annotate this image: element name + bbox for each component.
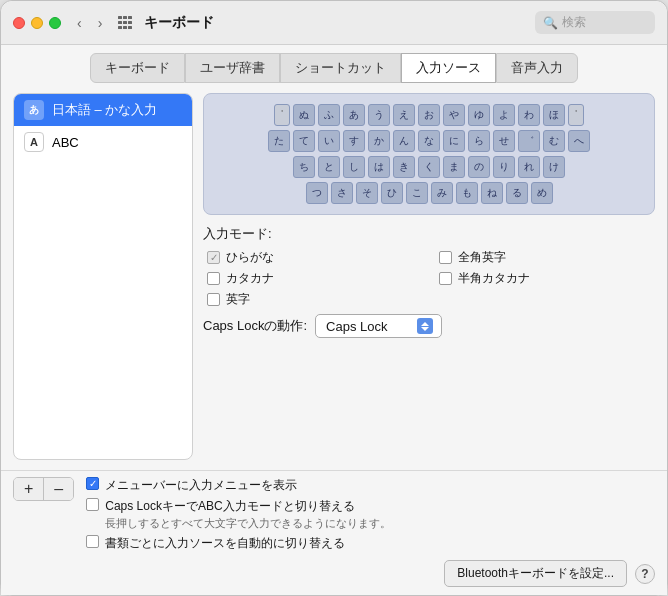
key-ko: こ — [406, 182, 428, 204]
caps-lock-select[interactable]: Caps Lock — [315, 314, 442, 338]
caps-lock-label: Caps Lockの動作: — [203, 317, 307, 335]
key-tsu: つ — [306, 182, 328, 204]
key-nu: ぬ — [293, 104, 315, 126]
titlebar: ‹ › キーボード 🔍 検索 — [1, 1, 667, 45]
search-bar[interactable]: 🔍 検索 — [535, 11, 655, 34]
close-button[interactable] — [13, 17, 25, 29]
checkbox-caps-lock-toggle[interactable] — [86, 498, 99, 511]
bluetooth-setup-button[interactable]: Bluetoothキーボードを設定... — [444, 560, 627, 587]
key-mo: も — [456, 182, 478, 204]
key-mi: み — [431, 182, 453, 204]
key-dakuten: ゛ — [518, 130, 540, 152]
checkbox-hankaku[interactable] — [439, 272, 452, 285]
tab-voice-input[interactable]: 音声入力 — [496, 53, 578, 83]
key-row-4: つ さ そ ひ こ み も ね る め — [216, 182, 642, 204]
fullscreen-button[interactable] — [49, 17, 61, 29]
key-re: れ — [518, 156, 540, 178]
option-eiji[interactable]: 英字 — [207, 291, 423, 308]
label-hiragana: ひらがな — [226, 249, 274, 266]
key-me: め — [531, 182, 553, 204]
key-se: せ — [493, 130, 515, 152]
key-ki: き — [393, 156, 415, 178]
tab-input-source[interactable]: 入力ソース — [401, 53, 496, 83]
checkbox-line-menu-bar[interactable]: ✓ メニューバーに入力メニューを表示 — [86, 477, 391, 494]
key-row-1: ' ぬ ふ あ う え お や ゆ よ わ ほ ' — [216, 104, 642, 126]
key-wa: わ — [518, 104, 540, 126]
checkbox-caps-lock-container: Caps LockキーでABC入力モードと切り替える 長押しするとすべて大文字で… — [86, 498, 391, 531]
app-grid-icon[interactable] — [118, 16, 132, 30]
source-item-abc[interactable]: A ABC — [14, 126, 192, 158]
minimize-button[interactable] — [31, 17, 43, 29]
key-ya: や — [443, 104, 465, 126]
key-so: そ — [356, 182, 378, 204]
key-backtick: ' — [274, 104, 290, 126]
right-panel: ' ぬ ふ あ う え お や ゆ よ わ ほ ' た て い — [203, 93, 655, 460]
caps-lock-row: Caps Lockの動作: Caps Lock — [203, 314, 655, 338]
checkbox-auto-switch[interactable] — [86, 535, 99, 548]
key-fu: ふ — [318, 104, 340, 126]
checkbox-hiragana[interactable]: ✓ — [207, 251, 220, 264]
window-title: キーボード — [144, 14, 527, 32]
key-ni: に — [443, 130, 465, 152]
checkbox-menu-bar-container: ✓ メニューバーに入力メニューを表示 — [86, 477, 391, 494]
option-hiragana[interactable]: ✓ ひらがな — [207, 249, 423, 266]
back-button[interactable]: ‹ — [73, 13, 86, 33]
key-ke: け — [543, 156, 565, 178]
input-mode-section: 入力モード: ✓ ひらがな 全角英字 カタカナ — [203, 225, 655, 338]
source-list: あ 日本語 – かな入力 A ABC — [13, 93, 193, 460]
source-icon-abc: A — [24, 132, 44, 152]
key-to: と — [318, 156, 340, 178]
key-ra: ら — [468, 130, 490, 152]
label-menu-bar: メニューバーに入力メニューを表示 — [105, 477, 297, 494]
key-ha: は — [368, 156, 390, 178]
checkbox-line-auto-switch[interactable]: 書類ごとに入力ソースを自動的に切り替える — [86, 535, 391, 552]
caps-lock-value: Caps Lock — [326, 319, 387, 334]
label-katakana: カタカナ — [226, 270, 274, 287]
checkbox-eiji[interactable] — [207, 293, 220, 306]
label-eiji: 英字 — [226, 291, 250, 308]
key-n: ん — [393, 130, 415, 152]
arrow-down-icon — [421, 327, 429, 331]
keyboard-visual: ' ぬ ふ あ う え お や ゆ よ わ ほ ' た て い — [203, 93, 655, 215]
source-item-jp[interactable]: あ 日本語 – かな入力 — [14, 94, 192, 126]
checkbox-line-caps-lock[interactable]: Caps LockキーでABC入力モードと切り替える — [86, 498, 391, 515]
key-ma: ま — [443, 156, 465, 178]
checkbox-auto-switch-container: 書類ごとに入力ソースを自動的に切り替える — [86, 535, 391, 552]
key-mu: む — [543, 130, 565, 152]
key-ka: か — [368, 130, 390, 152]
tab-shortcuts[interactable]: ショートカット — [280, 53, 401, 83]
tab-keyboard[interactable]: キーボード — [90, 53, 185, 83]
caps-lock-subtext: 長押しするとすべて大文字で入力できるようになります。 — [105, 516, 391, 531]
add-remove-buttons: + – — [13, 477, 74, 501]
key-i: い — [318, 130, 340, 152]
tab-user-dict[interactable]: ユーザ辞書 — [185, 53, 280, 83]
key-ru: る — [506, 182, 528, 204]
key-te: て — [293, 130, 315, 152]
source-label-jp: 日本語 – かな入力 — [52, 101, 157, 119]
keyboard-window: ‹ › キーボード 🔍 検索 キーボード ユーザ辞書 ショートカット 入力ソース… — [0, 0, 668, 596]
checkbox-zenkaku[interactable] — [439, 251, 452, 264]
key-ri: り — [493, 156, 515, 178]
checkbox-katakana[interactable] — [207, 272, 220, 285]
bottom-checkboxes: ✓ メニューバーに入力メニューを表示 Caps LockキーでABC入力モードと… — [86, 477, 391, 552]
option-katakana[interactable]: カタカナ — [207, 270, 423, 287]
key-ku: く — [418, 156, 440, 178]
option-zenkaku[interactable]: 全角英字 — [439, 249, 655, 266]
remove-source-button[interactable]: – — [44, 478, 73, 500]
select-arrow-icon — [417, 318, 433, 334]
bottom-row: Bluetoothキーボードを設定... ? — [13, 560, 655, 587]
key-row-2: た て い す か ん な に ら せ ゛ む へ — [216, 130, 642, 152]
key-ne: ね — [481, 182, 503, 204]
add-source-button[interactable]: + — [14, 478, 44, 500]
option-hankaku[interactable]: 半角カタカナ — [439, 270, 655, 287]
checkbox-menu-bar[interactable]: ✓ — [86, 477, 99, 490]
forward-button[interactable]: › — [94, 13, 107, 33]
source-label-abc: ABC — [52, 135, 79, 150]
label-auto-switch: 書類ごとに入力ソースを自動的に切り替える — [105, 535, 345, 552]
key-no: の — [468, 156, 490, 178]
help-button[interactable]: ? — [635, 564, 655, 584]
key-u: う — [368, 104, 390, 126]
label-hankaku: 半角カタカナ — [458, 270, 530, 287]
label-caps-lock-toggle: Caps LockキーでABC入力モードと切り替える — [105, 498, 354, 515]
main-content: あ 日本語 – かな入力 A ABC ' ぬ ふ あ う え お や — [1, 83, 667, 470]
